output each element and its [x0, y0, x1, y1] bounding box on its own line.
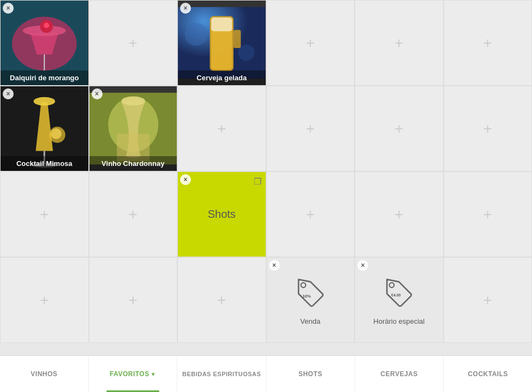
grid-cell-17[interactable]: + — [444, 171, 533, 257]
add-icon-12: + — [40, 206, 49, 223]
svg-point-21 — [51, 128, 62, 139]
grid-cell-1[interactable]: + — [89, 0, 178, 86]
add-icon-3: + — [306, 34, 315, 52]
grid-cell-19[interactable]: + — [89, 257, 178, 343]
add-icon-13: + — [129, 206, 138, 223]
svg-point-6 — [44, 22, 49, 28]
add-icon-18: + — [40, 292, 49, 309]
grid-cell-18[interactable]: + — [0, 257, 89, 343]
grid-cell-9[interactable]: + — [266, 86, 355, 171]
grid-cell-15[interactable]: + — [266, 171, 355, 257]
add-icon-11: + — [483, 120, 492, 138]
nav-item-cocktails[interactable]: COCKTAILS — [444, 356, 532, 392]
add-icon-4: + — [394, 34, 403, 52]
grid-cell-22[interactable]: × €4.00 Horário especial — [355, 257, 444, 343]
cell-label-7: Vinho Chardonnay — [89, 156, 177, 171]
grid-cell-8[interactable]: + — [177, 86, 266, 171]
close-btn-14[interactable]: × — [180, 174, 191, 185]
nav-item-favoritos[interactable]: FAVORITOS ▼ — [89, 356, 178, 392]
nav-label-favoritos: FAVORITOS — [110, 370, 150, 378]
add-icon-16: + — [394, 206, 403, 223]
add-icon-10: + — [394, 120, 403, 138]
add-icon-23: + — [483, 292, 492, 309]
venda-tag: 10% — [291, 275, 330, 313]
venda-label: Venda — [300, 317, 320, 325]
grid-cell-12[interactable]: + — [0, 171, 89, 257]
chevron-down-icon: ▼ — [151, 371, 156, 377]
shots-label: Shots — [208, 208, 236, 221]
svg-point-13 — [238, 44, 254, 61]
grid-cell-3[interactable]: + — [266, 0, 355, 86]
add-icon-8: + — [217, 120, 226, 138]
cell-label-2: Cerveja gelada — [178, 70, 266, 85]
grid-cell-14[interactable]: × ❐ Shots — [177, 171, 266, 257]
nav-item-vinhos[interactable]: VINHOS — [0, 356, 89, 392]
cell-label-0: Daiquiri de morango — [1, 70, 88, 85]
horario-tag: €4.00 — [380, 275, 418, 313]
svg-point-27 — [301, 283, 306, 288]
grid-cell-7[interactable]: × Vinho Chardonnay — [89, 86, 178, 171]
svg-text:€4.00: €4.00 — [391, 293, 401, 297]
grid-cell-0[interactable]: × Daiquiri de morango — [0, 0, 89, 86]
grid-cell-21[interactable]: × 10% Venda — [266, 257, 355, 343]
copy-icon-14: ❐ — [254, 176, 261, 187]
grid-cell-10[interactable]: + — [355, 86, 444, 171]
nav-label-shots: SHOTS — [298, 370, 322, 378]
svg-rect-11 — [234, 30, 241, 48]
grid-cell-4[interactable]: + — [355, 0, 444, 86]
nav-item-shots[interactable]: SHOTS — [266, 356, 355, 392]
close-btn-21[interactable]: × — [269, 260, 280, 271]
nav-item-bebidas[interactable]: BEBIDAS ESPIRITUOSAS — [177, 356, 266, 392]
nav-label-vinhos: VINHOS — [31, 370, 57, 378]
grid-cell-5[interactable]: + — [444, 0, 533, 86]
svg-point-12 — [185, 23, 208, 46]
add-icon-5: + — [483, 34, 492, 52]
grid-cell-2[interactable]: × Cerveja gelada — [177, 0, 266, 86]
grid-cell-23[interactable]: + — [444, 257, 533, 343]
nav-label-cervejas: CERVEJAS — [380, 370, 417, 378]
grid-cell-16[interactable]: + — [355, 171, 444, 257]
svg-text:10%: 10% — [302, 294, 311, 299]
svg-point-17 — [34, 97, 55, 106]
close-btn-6[interactable]: × — [3, 88, 14, 99]
nav-label-bebidas: BEBIDAS ESPIRITUOSAS — [182, 370, 261, 378]
close-btn-2[interactable]: × — [180, 3, 191, 14]
grid-cell-20[interactable]: + — [177, 257, 266, 343]
add-icon-15: + — [306, 206, 315, 223]
svg-rect-10 — [211, 17, 232, 31]
grid-cell-13[interactable]: + — [89, 171, 178, 257]
close-btn-0[interactable]: × — [3, 3, 14, 14]
horario-label: Horário especial — [373, 317, 425, 325]
close-btn-7[interactable]: × — [92, 88, 103, 99]
bottom-navigation: VINHOS FAVORITOS ▼ BEBIDAS ESPIRITUOSAS … — [0, 355, 532, 392]
grid-cell-11[interactable]: + — [444, 86, 533, 171]
add-icon-1: + — [129, 34, 138, 52]
add-icon-19: + — [129, 292, 138, 309]
svg-point-29 — [390, 283, 394, 288]
grid-cell-6[interactable]: × Cocktail Mimosa — [0, 86, 89, 171]
add-icon-17: + — [483, 206, 492, 223]
nav-label-cocktails: COCKTAILS — [468, 370, 508, 378]
cell-label-6: Cocktail Mimosa — [1, 156, 88, 171]
close-btn-22[interactable]: × — [357, 260, 368, 271]
product-grid: × Daiquiri de morango + × Cerveja gelada — [0, 0, 532, 355]
svg-point-25 — [121, 97, 145, 106]
nav-item-cervejas[interactable]: CERVEJAS — [355, 356, 444, 392]
add-icon-20: + — [217, 292, 226, 309]
add-icon-9: + — [306, 120, 315, 138]
